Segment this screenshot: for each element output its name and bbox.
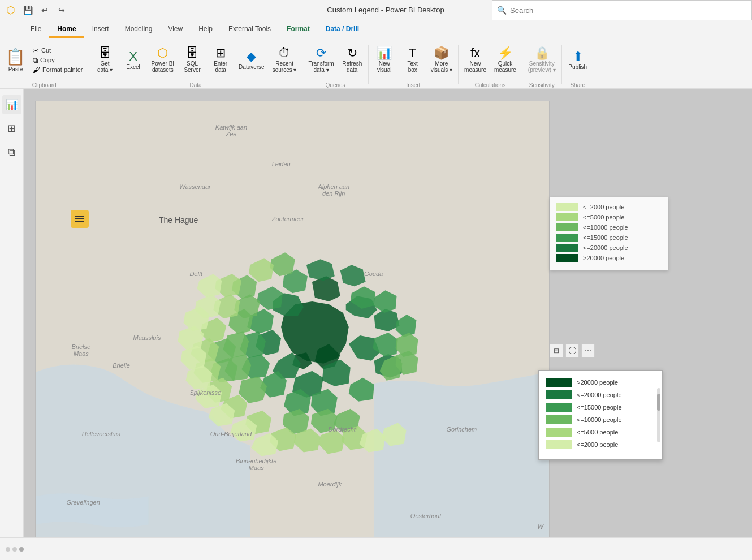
transform-button[interactable]: ⟳ Transformdata ▾: [305, 45, 337, 75]
dataverse-icon: ◆: [247, 50, 256, 63]
tab-view[interactable]: View: [160, 21, 191, 38]
clipboard-content: 📋 Paste ✂ Cut ⧉ Copy 🖌 Format painter: [2, 41, 87, 79]
legend-label-5: <=20000 people: [583, 244, 628, 251]
recent-sources-button[interactable]: ⏱ Recentsources ▾: [269, 45, 300, 75]
dataverse-button[interactable]: ◆ Dataverse: [235, 48, 268, 72]
publish-label: Publish: [568, 64, 587, 70]
undo-icon[interactable]: ↩: [38, 4, 51, 16]
legend-float-color-5: [546, 428, 572, 437]
enter-data-icon: ⊞: [215, 47, 226, 59]
new-measure-label: Newmeasure: [464, 61, 486, 73]
queries-group-label: Queries: [305, 82, 365, 88]
svg-marker-11: [374, 309, 400, 331]
excel-button[interactable]: X Excel: [120, 48, 147, 72]
paste-label: Paste: [8, 66, 23, 72]
new-visual-label: Newvisual: [377, 61, 392, 73]
tab-help[interactable]: Help: [191, 21, 221, 38]
publish-button[interactable]: ⬆ Publish: [564, 48, 591, 72]
legend-item-1: <=2000 people: [556, 203, 662, 211]
quick-measure-icon: ⚡: [498, 47, 513, 59]
sidebar-item-table[interactable]: ⊞: [2, 119, 21, 138]
divider-2: [302, 45, 302, 84]
filter-tool-button[interactable]: ⊟: [550, 344, 563, 357]
redo-icon[interactable]: ↪: [55, 4, 68, 16]
legend-panel-top: <=2000 people <=5000 people <=10000 peop…: [550, 197, 668, 270]
enter-data-button[interactable]: ⊞ Enterdata: [207, 45, 234, 75]
left-sidebar: 📊 ⊞ ⧉: [0, 89, 24, 560]
get-data-label: Getdata ▾: [97, 61, 113, 73]
copy-button[interactable]: ⧉ Copy: [31, 55, 85, 65]
legend-item-4: <=15000 people: [556, 234, 662, 242]
legend-float-item-3: <=15000 people: [546, 403, 655, 412]
ribbon-tabs: File Home Insert Modeling View Help Exte…: [0, 20, 752, 38]
legend-panel-toolbar: ⊟ ⛶ ⋯: [550, 344, 708, 357]
tab-insert[interactable]: Insert: [84, 21, 117, 38]
tab-external-tools[interactable]: External Tools: [221, 21, 279, 38]
refresh-button[interactable]: ↻ Refreshdata: [339, 45, 366, 75]
power-bi-datasets-label: Power BIdatasets: [152, 61, 175, 73]
clipboard-right: ✂ Cut ⧉ Copy 🖌 Format painter: [29, 45, 87, 76]
text-box-label: Textbox: [408, 61, 418, 73]
tab-data-drill[interactable]: Data / Drill: [318, 21, 367, 38]
excel-label: Excel: [126, 64, 140, 70]
clipboard-group-label: Clipboard: [2, 82, 87, 88]
format-painter-label: Format painter: [42, 66, 83, 73]
tab-file[interactable]: File: [23, 21, 49, 38]
search-input[interactable]: [510, 6, 747, 15]
calculations-group-label: Calculations: [461, 82, 520, 88]
power-bi-datasets-button[interactable]: ⬡ Power BIdatasets: [148, 45, 178, 75]
app-icon: ⬡: [5, 4, 17, 16]
divider-5: [522, 45, 522, 84]
save-icon[interactable]: 💾: [21, 4, 34, 16]
more-visuals-icon: 📦: [434, 47, 449, 59]
cut-button[interactable]: ✂ Cut: [31, 46, 85, 55]
new-visual-button[interactable]: 📊 Newvisual: [371, 45, 398, 75]
title-bar-left: ⬡ 💾 ↩ ↪: [5, 4, 68, 16]
new-measure-button[interactable]: fx Newmeasure: [461, 45, 490, 75]
get-data-button[interactable]: 🗄 Getdata ▾: [92, 45, 119, 75]
recent-sources-label: Recentsources ▾: [273, 61, 297, 73]
tab-home[interactable]: Home: [49, 21, 84, 38]
hamburger-button[interactable]: [71, 210, 89, 228]
legend-color-3: [556, 223, 578, 231]
data-content: 🗄 Getdata ▾ X Excel ⬡ Power BIdatasets 🗄…: [92, 41, 300, 79]
sql-server-button[interactable]: 🗄 SQLServer: [179, 45, 206, 75]
get-data-icon: 🗄: [99, 47, 111, 59]
legend-item-5: <=20000 people: [556, 244, 662, 252]
legend-item-2: <=5000 people: [556, 213, 662, 221]
search-icon: 🔍: [497, 6, 507, 15]
svg-marker-51: [319, 430, 345, 454]
more-visuals-button[interactable]: 📦 Morevisuals ▾: [427, 45, 456, 75]
legend-float-item-4: <=10000 people: [546, 415, 655, 424]
search-bar[interactable]: 🔍: [492, 0, 752, 20]
quick-measure-button[interactable]: ⚡ Quickmeasure: [491, 45, 520, 75]
refresh-label: Refreshdata: [342, 61, 362, 73]
insert-group: 📊 Newvisual T Textbox 📦 Morevisuals ▾ In…: [371, 41, 456, 88]
legend-float-label-3: <=15000 people: [577, 404, 622, 411]
sidebar-item-report[interactable]: 📊: [2, 95, 21, 114]
more-tool-button[interactable]: ⋯: [581, 344, 595, 357]
legend-color-1: [556, 203, 578, 211]
divider-1: [89, 45, 89, 84]
status-dot-3: [19, 547, 24, 552]
status-dot-1: [6, 547, 10, 552]
svg-marker-21: [349, 378, 374, 402]
sidebar-item-model[interactable]: ⧉: [2, 143, 21, 162]
recent-sources-icon: ⏱: [278, 47, 291, 59]
legend-color-2: [556, 213, 578, 221]
text-box-icon: T: [409, 47, 416, 59]
svg-marker-10: [340, 265, 366, 286]
text-box-button[interactable]: T Textbox: [399, 45, 426, 75]
clipboard-group: 📋 Paste ✂ Cut ⧉ Copy 🖌 Format painter: [2, 41, 87, 88]
tab-format[interactable]: Format: [279, 21, 318, 38]
tab-modeling[interactable]: Modeling: [117, 21, 161, 38]
legend-float-color-2: [546, 390, 572, 399]
sensitivity-content: 🔒 Sensitivity(preview) ▾: [525, 41, 559, 79]
insert-group-label: Insert: [371, 82, 456, 88]
paste-button[interactable]: 📋 Paste: [2, 45, 29, 76]
focus-tool-button[interactable]: ⛶: [565, 344, 579, 357]
cut-icon: ✂: [33, 47, 39, 54]
legend-label-3: <=10000 people: [583, 224, 628, 231]
legend-label-2: <=5000 people: [583, 214, 624, 221]
format-painter-button[interactable]: 🖌 Format painter: [31, 65, 85, 75]
